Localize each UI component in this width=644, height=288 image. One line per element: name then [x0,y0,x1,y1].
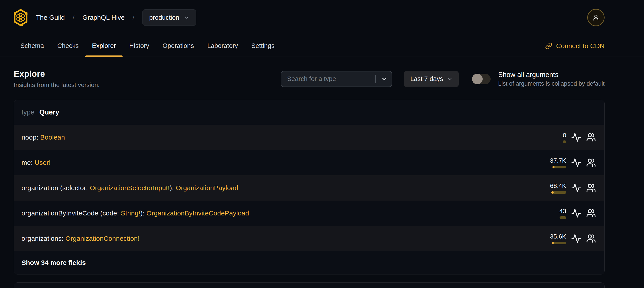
tab-history[interactable]: History [122,35,156,57]
filter-controls: Last 7 days Show all arguments List of a… [281,71,604,87]
usage-bar [552,166,566,168]
field-signature: noop: Boolean [22,134,542,141]
type-search-box [281,71,392,87]
brand-row: The Guild / GraphQL Hive / production [14,0,604,35]
search-dropdown-button[interactable] [381,71,388,87]
page-title: Explore [14,69,100,79]
field-stats: 0 [542,132,596,143]
page-subtitle: Insights from the latest version. [14,81,100,89]
field-signature: organizations: OrganizationConnection! [22,235,542,242]
type-link[interactable]: User! [34,159,51,166]
toggle-label: Show all arguments [498,71,604,79]
field-text: organizations: [22,235,66,242]
usage-count-block: 43 [542,208,566,219]
chevron-down-icon [381,76,388,82]
activity-icon[interactable] [571,183,581,193]
tab-checks[interactable]: Checks [50,35,85,57]
field-signature: me: User! [22,159,542,166]
field-row: me: User!37.7K [14,150,604,175]
activity-icon[interactable] [571,132,581,142]
breadcrumb-separator: / [73,14,74,21]
field-list: noop: Boolean0 me: User!37.7K organizati… [14,125,604,251]
usage-bar [563,140,566,143]
toggle-knob [472,74,483,84]
request-count: 68.4K [550,182,566,189]
type-card-header: type Query [14,100,604,125]
field-text: organizationByInviteCode (code: [22,209,121,217]
type-link[interactable]: String! [121,209,140,217]
users-icon[interactable] [586,183,596,193]
main-content: Explore Insights from the latest version… [0,69,644,288]
user-avatar[interactable] [587,9,604,26]
show-all-arguments-toggle[interactable] [472,74,491,84]
field-text: ): [170,184,176,191]
type-link[interactable]: OrganizationPayload [176,184,238,191]
top-header: The Guild / GraphQL Hive / production Sc… [0,0,644,57]
search-divider [375,75,376,83]
usage-bar-fill [551,191,554,194]
activity-icon[interactable] [571,208,581,218]
request-count: 0 [563,132,566,139]
period-selector-button[interactable]: Last 7 days [404,71,458,87]
type-kind-label: type [22,108,34,116]
usage-bar [551,191,566,194]
toggle-labels: Show all arguments List of arguments is … [498,71,604,87]
page-title-block: Explore Insights from the latest version… [14,69,100,89]
field-stats: 43 [542,208,596,219]
type-card-query: type Query noop: Boolean0 me: User!37.7K… [14,100,604,274]
page-head: Explore Insights from the latest version… [14,69,604,89]
users-icon[interactable] [586,234,596,243]
usage-count-block: 68.4K [542,182,566,194]
field-text: organization (selector: [22,184,90,191]
field-text: me: [22,159,34,166]
user-icon [592,14,600,22]
target-selector-value: production [149,14,179,21]
tab-settings[interactable]: Settings [245,35,281,57]
request-count: 35.6K [550,233,566,240]
period-label: Last 7 days [410,75,443,83]
usage-count-block: 35.6K [542,233,566,244]
type-link[interactable]: OrganizationConnection! [66,235,140,242]
field-signature: organization (selector: OrganizationSele… [22,184,542,192]
type-link[interactable]: Boolean [40,134,65,141]
activity-icon[interactable] [571,158,581,168]
show-more-fields-button[interactable]: Show 34 more fields [14,251,604,274]
field-stats: 37.7K [542,157,596,168]
tab-bar: SchemaChecksExplorerHistoryOperationsLab… [14,35,281,57]
tab-schema[interactable]: Schema [14,35,50,57]
type-link[interactable]: OrganizationSelectorInput! [90,184,170,191]
chevron-down-icon [447,76,452,82]
cdn-link-label: Connect to CDN [556,42,604,50]
usage-count-block: 0 [542,132,566,143]
field-row: organization (selector: OrganizationSele… [14,175,604,201]
request-count: 37.7K [550,157,566,164]
users-icon[interactable] [586,208,596,218]
usage-bar [560,216,566,219]
users-icon[interactable] [586,132,596,142]
usage-bar [552,242,566,244]
breadcrumb-project[interactable]: GraphQL Hive [82,14,125,21]
link-icon [545,42,552,50]
type-link[interactable]: OrganizationByInviteCodePayload [146,209,249,217]
connect-to-cdn-link[interactable]: Connect to CDN [545,42,604,50]
target-selector-button[interactable]: production [142,9,196,26]
usage-bar-fill [552,166,554,168]
activity-icon[interactable] [571,233,581,244]
breadcrumb-org[interactable]: The Guild [36,14,65,21]
tab-row: SchemaChecksExplorerHistoryOperationsLab… [14,35,604,57]
breadcrumb-separator: / [133,14,134,21]
chevron-down-icon [184,15,190,21]
field-signature: organizationByInviteCode (code: String!)… [22,209,542,217]
tab-explorer[interactable]: Explorer [85,35,122,57]
field-text: ): [140,209,146,217]
tab-laboratory[interactable]: Laboratory [200,35,245,57]
arguments-toggle-block: Show all arguments List of arguments is … [472,71,604,87]
hive-logo[interactable] [14,9,28,26]
users-icon[interactable] [586,158,596,167]
request-count: 43 [559,208,566,215]
next-type-card [14,282,604,288]
field-stats: 68.4K [542,182,596,194]
breadcrumb: The Guild / GraphQL Hive / [36,14,134,21]
field-row: noop: Boolean0 [14,125,604,150]
tab-operations[interactable]: Operations [156,35,200,57]
